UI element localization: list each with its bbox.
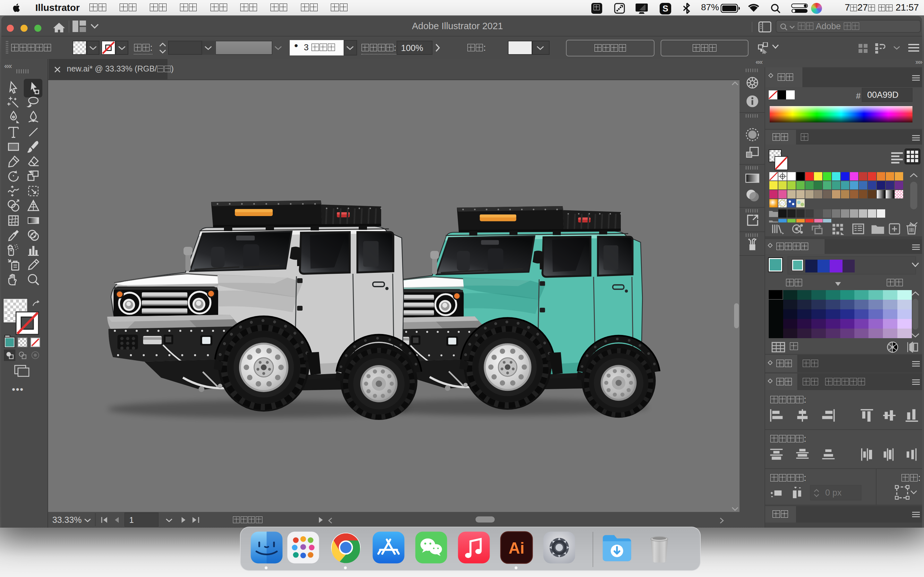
svg-text:Ai: Ai bbox=[509, 539, 524, 557]
